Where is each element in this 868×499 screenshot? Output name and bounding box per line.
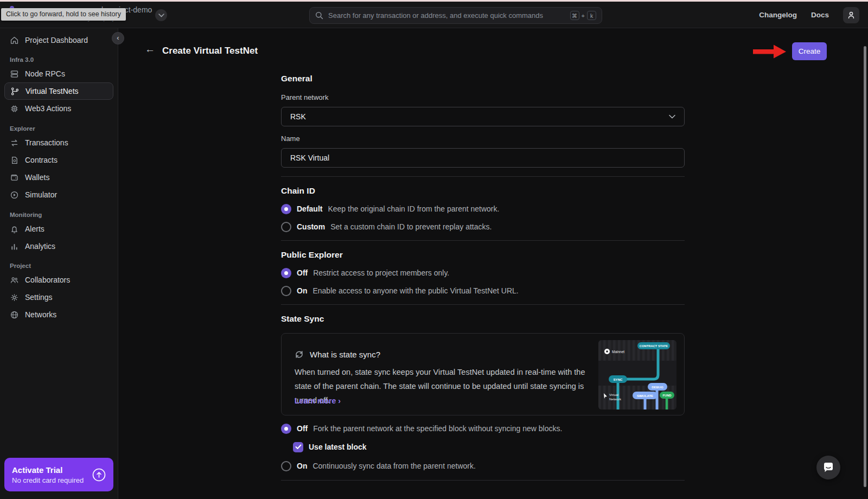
account-button[interactable] <box>843 7 859 23</box>
radio-option-explorer-off[interactable]: Off Restrict access to project members o… <box>281 267 685 279</box>
window-top-edge <box>0 0 868 2</box>
checkmark-icon <box>295 444 302 450</box>
chevron-right-icon: › <box>338 396 341 405</box>
sidebar-item-contracts[interactable]: Contracts <box>0 151 118 169</box>
topbar-links: Changelog Docs <box>759 2 859 28</box>
sidebar-item-transactions[interactable]: Transactions <box>0 134 118 151</box>
branch-icon <box>10 87 20 96</box>
gear-icon <box>10 293 19 302</box>
changelog-link[interactable]: Changelog <box>759 11 797 19</box>
sidebar-collapse-button[interactable]: ‹ <box>112 32 124 44</box>
search-placeholder: Search for any transaction or address, a… <box>328 11 570 20</box>
sidebar: ‹ Project Dashboard Infra 3.0 Node RPCs <box>0 28 118 499</box>
sidebar-group-title: Project <box>10 263 118 269</box>
svg-text:Virtual: Virtual <box>609 393 618 396</box>
chat-bubble-icon <box>822 462 834 474</box>
parent-network-select[interactable]: RSK <box>281 107 685 126</box>
svg-text:Network: Network <box>609 398 622 401</box>
activate-trial-banner[interactable]: Activate Trial No credit card required <box>4 458 113 491</box>
name-input[interactable]: RSK Virtual <box>281 148 685 168</box>
section-heading-public-explorer: Public Explorer <box>281 250 685 260</box>
annotation-arrow-icon <box>753 44 787 59</box>
use-latest-block-checkbox-row[interactable]: Use latest block <box>293 440 685 453</box>
back-button[interactable]: ← <box>145 43 155 55</box>
sidebar-item-label: Virtual TestNets <box>25 87 79 95</box>
state-sync-info-card: What is state sync? When turned on, stat… <box>281 333 685 415</box>
history-tooltip: Click to go forward, hold to see history <box>1 8 126 21</box>
sidebar-item-settings[interactable]: Settings <box>0 289 118 306</box>
radio-button[interactable] <box>281 286 291 296</box>
globe-icon <box>10 310 19 319</box>
bar-chart-icon <box>10 242 19 251</box>
radio-button[interactable] <box>281 424 291 434</box>
checkbox-checked[interactable] <box>293 442 303 452</box>
chip-icon <box>10 104 19 113</box>
radio-option-sync-off[interactable]: Off Fork the parent network at the speci… <box>281 423 685 434</box>
learn-more-link[interactable]: Learn more › <box>295 396 341 405</box>
shortcut-plus: + <box>582 12 585 19</box>
play-circle-icon <box>10 190 19 200</box>
svg-text:DEBUG: DEBUG <box>652 386 663 389</box>
sidebar-item-analytics[interactable]: Analytics <box>0 238 118 255</box>
radio-button[interactable] <box>281 461 291 471</box>
search-bar[interactable]: Search for any transaction or address, a… <box>309 7 602 24</box>
section-divider <box>281 176 685 177</box>
name-label: Name <box>281 135 685 143</box>
parent-network-value: RSK <box>290 112 669 121</box>
radio-button[interactable] <box>281 268 291 278</box>
radio-option-explorer-on[interactable]: On Enable access to anyone with the publ… <box>281 285 685 297</box>
sidebar-item-web3-actions[interactable]: Web3 Actions <box>0 100 118 117</box>
home-icon <box>10 36 19 45</box>
sidebar-item-label: Collaborators <box>25 276 70 284</box>
people-icon <box>10 276 19 285</box>
section-divider <box>281 240 685 241</box>
sidebar-item-simulator[interactable]: Simulator <box>0 186 118 203</box>
sidebar-item-wallets[interactable]: Wallets <box>0 169 118 186</box>
svg-text:Mainnet: Mainnet <box>612 350 624 354</box>
card-title: What is state sync? <box>310 350 380 359</box>
section-heading-chain-id: Chain ID <box>281 185 685 196</box>
sidebar-item-alerts[interactable]: Alerts <box>0 220 118 238</box>
topbar: my-rsk-project-demo my-rsk-project Click… <box>0 2 868 28</box>
svg-text:FUND: FUND <box>662 394 671 397</box>
sidebar-item-virtual-testnets[interactable]: Virtual TestNets <box>4 82 113 100</box>
section-divider <box>281 304 685 305</box>
project-chevron-button[interactable] <box>155 9 167 21</box>
sidebar-group-title: Explorer <box>10 125 118 132</box>
name-input-value: RSK Virtual <box>290 153 329 162</box>
app-window: my-rsk-project-demo my-rsk-project Click… <box>0 0 868 499</box>
sidebar-item-label: Contracts <box>25 156 58 164</box>
create-testnet-form: General Parent network RSK Name RSK Virt… <box>281 73 685 481</box>
sidebar-item-label: Networks <box>25 310 56 319</box>
bell-icon <box>10 225 19 234</box>
docs-link[interactable]: Docs <box>811 11 829 19</box>
scrollbar-thumb[interactable] <box>864 46 866 487</box>
server-icon <box>10 69 19 79</box>
sidebar-item-project-dashboard[interactable]: Project Dashboard <box>0 31 118 49</box>
section-heading-general: General <box>281 73 685 84</box>
sidebar-item-label: Wallets <box>25 173 49 182</box>
wallet-icon <box>10 173 19 182</box>
svg-text:CONTRACT STATE: CONTRACT STATE <box>640 344 668 348</box>
radio-option-sync-on[interactable]: On Continuously sync data from the paren… <box>281 460 685 472</box>
radio-option-default[interactable]: Default Keep the original chain ID from … <box>281 203 685 215</box>
chevron-down-icon <box>669 114 675 119</box>
chat-launcher[interactable] <box>816 456 840 479</box>
sync-icon <box>295 350 304 359</box>
sidebar-item-label: Project Dashboard <box>25 36 88 44</box>
radio-button[interactable] <box>281 222 291 232</box>
sidebar-item-collaborators[interactable]: Collaborators <box>0 271 118 289</box>
radio-option-custom[interactable]: Custom Set a custom chain ID to prevent … <box>281 221 685 233</box>
parent-network-label: Parent network <box>281 93 685 102</box>
document-icon <box>10 156 19 165</box>
radio-button[interactable] <box>281 204 291 214</box>
svg-text:SIMULATE: SIMULATE <box>637 394 653 398</box>
chevron-down-icon <box>158 14 164 17</box>
create-button[interactable]: Create <box>792 42 827 60</box>
sidebar-item-networks[interactable]: Networks <box>0 306 118 323</box>
sidebar-group-title: Monitoring <box>10 212 118 218</box>
search-icon <box>315 11 323 20</box>
sidebar-item-node-rpcs[interactable]: Node RPCs <box>0 65 118 82</box>
sidebar-item-label: Web3 Actions <box>25 104 71 113</box>
main-content: ← Create Virtual TestNet Create General … <box>119 28 868 499</box>
